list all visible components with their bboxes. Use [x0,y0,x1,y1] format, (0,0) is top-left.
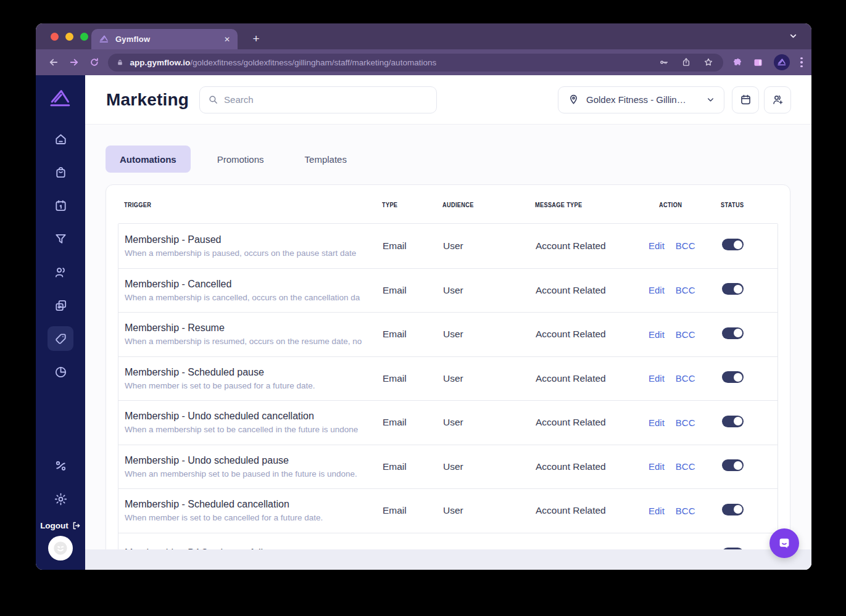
sidebar-item-reports[interactable] [48,359,73,384]
close-window-button[interactable] [51,33,59,41]
sidebar-item-members[interactable] [48,260,73,284]
search-box[interactable] [199,86,437,113]
browser-toolbar: app.gymflow.io/goldexfitness/goldexfitne… [36,49,811,75]
table-row: Membership - Paused When a membership is… [118,224,778,268]
edit-link[interactable]: Edit [649,461,665,472]
type-cell: Email [383,240,443,252]
browser-window: Gymflow ✕ + app.gymflow.io/goldexfitness… [36,23,811,570]
sidebar-item-sales[interactable] [48,160,73,184]
tab-automations[interactable]: Automations [106,146,191,173]
status-toggle[interactable] [722,283,744,295]
message-type-cell: Account Related [536,329,649,340]
bcc-link[interactable]: BCC [676,329,695,340]
bcc-link[interactable]: BCC [676,417,695,428]
status-toggle[interactable] [722,327,744,339]
sidebar-item-tasks[interactable] [48,293,73,318]
tab-templates[interactable]: Templates [291,146,361,173]
gymflow-logo-icon [48,86,73,111]
browser-menu-icon[interactable] [800,57,803,68]
logout-button[interactable]: Logout [40,521,81,530]
password-key-icon[interactable] [659,57,669,67]
chat-bubble-icon [777,536,792,551]
pie-chart-icon [54,365,68,379]
audience-cell: User [443,417,536,428]
audience-cell: User [443,329,536,340]
intercom-launcher[interactable] [769,528,799,558]
reload-button[interactable] [89,57,100,68]
side-panel-icon[interactable] [753,57,763,68]
gymflow-logo[interactable] [47,85,74,112]
audience-cell: User [443,285,536,296]
browser-tab-strip: Gymflow ✕ + [36,23,811,49]
bcc-link[interactable]: BCC [676,285,695,295]
toggle-knob [734,417,742,425]
table-row: Membership - Undo scheduled cancellation… [118,400,778,445]
column-action: ACTION [659,201,682,208]
tag-icon [54,332,68,346]
maximize-window-button[interactable] [80,33,88,41]
sidebar-item-calendar[interactable] [48,193,73,218]
edit-link[interactable]: Edit [649,373,665,384]
minimize-window-button[interactable] [65,33,73,41]
location-label: Goldex Fitness - Gillin… [586,94,686,105]
search-input[interactable] [224,94,428,105]
edit-link[interactable]: Edit [649,329,665,340]
automation-trigger-title: Membership - Undo scheduled cancellation [125,411,379,422]
share-icon[interactable] [681,57,691,67]
automation-trigger-description: When a membership is cancelled, occurs o… [125,293,379,302]
status-toggle[interactable] [722,371,744,383]
address-bar[interactable]: app.gymflow.io/goldexfitness/goldexfitne… [108,54,723,72]
percent-icon [54,459,68,473]
sidebar-item-home[interactable] [48,126,73,151]
sidebar-item-promotions[interactable] [48,453,73,478]
automation-trigger-description: When a membership set to be cancelled in… [125,425,379,434]
table-row: Membership - Cancelled When a membership… [118,268,778,313]
back-button[interactable] [48,57,59,68]
bcc-link[interactable]: BCC [676,240,695,251]
table-row: Membership - Scheduled pause When member… [118,356,778,401]
tab-search-chevron-icon[interactable] [789,31,798,41]
page-header: Marketing Goldex Fitness - Gillin… [85,75,811,125]
status-toggle[interactable] [722,239,744,250]
avatar-smiley-icon [51,539,70,557]
user-avatar[interactable] [48,536,73,561]
edit-link[interactable]: Edit [649,417,665,428]
message-type-cell: Account Related [536,461,649,472]
sidebar-item-settings[interactable] [48,487,73,511]
close-tab-icon[interactable]: ✕ [224,35,230,44]
funnel-icon [54,232,68,246]
bcc-link[interactable]: BCC [676,506,695,516]
status-toggle[interactable] [722,416,744,427]
sidebar-item-leads[interactable] [48,226,73,251]
audience-cell: User [443,505,536,516]
window-controls [51,33,88,41]
edit-link[interactable]: Edit [649,506,665,516]
sidebar-item-marketing[interactable] [48,326,73,351]
logout-label: Logout [40,521,68,530]
column-audience: AUDIENCE [442,201,474,208]
automation-trigger-description: When member is set to be cancelled for a… [125,513,379,522]
new-tab-button[interactable]: + [248,31,264,47]
edit-link[interactable]: Edit [649,240,665,251]
bcc-link[interactable]: BCC [676,373,695,384]
calendar-button[interactable] [732,86,759,113]
column-trigger: TRIGGER [124,201,151,208]
location-selector[interactable]: Goldex Fitness - Gillin… [558,86,724,113]
gymflow-profile-logo-icon [777,57,787,67]
table-row: Membership - Undo scheduled pause When a… [118,445,778,489]
status-toggle[interactable] [722,504,744,515]
tab-promotions[interactable]: Promotions [203,146,278,173]
chevron-down-icon [706,95,715,104]
bookmark-star-icon[interactable] [703,57,713,67]
browser-tab-gymflow[interactable]: Gymflow ✕ [91,29,238,49]
bcc-link[interactable]: BCC [676,461,695,472]
edit-link[interactable]: Edit [649,285,665,295]
profile-badge[interactable] [774,54,790,70]
extensions-icon[interactable] [732,57,742,67]
forward-button[interactable] [68,57,80,68]
status-toggle[interactable] [722,459,744,471]
add-member-button[interactable] [764,86,791,113]
users-icon [54,265,68,279]
toggle-knob [734,285,742,294]
message-type-cell: Account Related [536,417,649,428]
